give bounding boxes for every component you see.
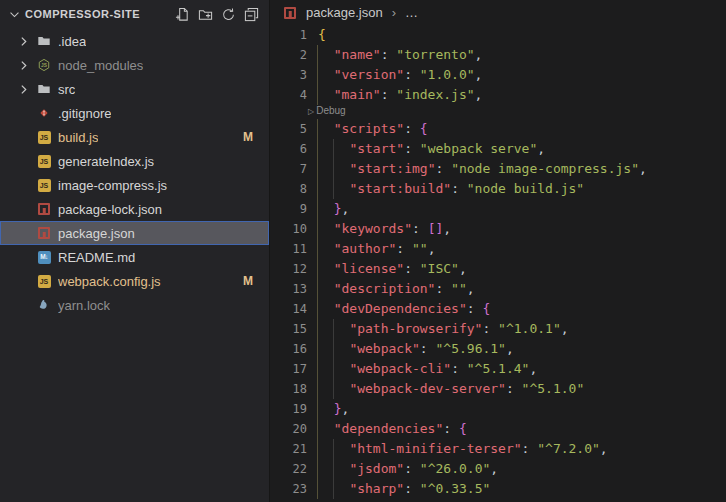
code-line-21[interactable]: 21"html-minifier-terser": "^7.2.0", xyxy=(271,439,726,459)
file-name: generateIndex.js xyxy=(58,154,154,169)
code-text: "sharp": "^0.33.5" xyxy=(349,479,490,499)
code-text: "webpack": "^5.96.1", xyxy=(349,339,513,359)
breadcrumb-ellipsis[interactable]: … xyxy=(405,5,418,20)
explorer-header-toggle[interactable]: COMPRESSOR-SITE xyxy=(6,6,140,22)
line-number: 18 xyxy=(271,379,307,399)
code-line-10[interactable]: 10"keywords": [], xyxy=(271,219,726,239)
git-icon xyxy=(36,105,52,121)
play-icon: ▷ xyxy=(308,107,314,116)
tree-item-node-modules[interactable]: JSnode_modules xyxy=(0,53,269,77)
folder-icon xyxy=(36,33,52,49)
indent-guide xyxy=(333,179,334,199)
line-number: 8 xyxy=(271,179,307,199)
file-name: build.js xyxy=(58,130,98,145)
indent-guide xyxy=(317,459,318,479)
code-line-15[interactable]: 15"path-browserify": "^1.0.1", xyxy=(271,319,726,339)
code-line-11[interactable]: 11"author": "", xyxy=(271,239,726,259)
refresh-icon[interactable] xyxy=(220,6,236,22)
code-line-18[interactable]: 18"webpack-dev-server": "^5.1.0" xyxy=(271,379,726,399)
code-line-12[interactable]: 12"license": "ISC", xyxy=(271,259,726,279)
tree-item-webpack-config-js[interactable]: JSwebpack.config.jsM xyxy=(0,269,269,293)
code-text: "jsdom": "^26.0.0", xyxy=(349,459,498,479)
file-name: yarn.lock xyxy=(58,298,110,313)
indent-guide xyxy=(333,359,334,379)
code-line-4[interactable]: 4"main": "index.js", xyxy=(271,85,726,105)
code-area[interactable]: 1{2"name": "torrento",3"version": "1.0.0… xyxy=(271,25,726,499)
tree-item-yarn-lock[interactable]: yarn.lock xyxy=(0,293,269,317)
modified-badge: M xyxy=(243,274,253,288)
indent-spacer xyxy=(16,297,36,313)
indent-guide xyxy=(317,279,318,299)
js-icon: JS xyxy=(36,153,52,169)
tree-item-gitignore[interactable]: .gitignore xyxy=(0,101,269,125)
line-number: 17 xyxy=(271,359,307,379)
code-line-1[interactable]: 1{ xyxy=(271,25,726,45)
indent-guide xyxy=(317,85,318,105)
breadcrumb-file[interactable]: package.json xyxy=(306,5,383,20)
indent-guide xyxy=(317,239,318,259)
tree-item-package-lock-json[interactable]: package-lock.json xyxy=(0,197,269,221)
collapse-all-icon[interactable] xyxy=(243,6,259,22)
tree-item-generateindex-js[interactable]: JSgenerateIndex.js xyxy=(0,149,269,173)
indent-guide xyxy=(333,139,334,159)
code-line-17[interactable]: 17"webpack-cli": "^5.1.4", xyxy=(271,359,726,379)
code-text: "start": "webpack serve", xyxy=(349,139,545,159)
line-number: 7 xyxy=(271,159,307,179)
code-text: "start:img": "node image-compress.js", xyxy=(349,159,646,179)
tree-item-build-js[interactable]: JSbuild.jsM xyxy=(0,125,269,149)
tree-item-image-compress-js[interactable]: JSimage-compress.js xyxy=(0,173,269,197)
code-line-3[interactable]: 3"version": "1.0.0", xyxy=(271,65,726,85)
file-name: package.json xyxy=(58,226,135,241)
tree-item-src[interactable]: src xyxy=(0,77,269,101)
indent-guide xyxy=(317,159,318,179)
chevron-down-icon xyxy=(6,6,22,22)
explorer-actions xyxy=(174,6,259,22)
code-line-6[interactable]: 6"start": "webpack serve", xyxy=(271,139,726,159)
code-line-8[interactable]: 8"start:build": "node build.js" xyxy=(271,179,726,199)
code-line-9[interactable]: 9}, xyxy=(271,199,726,219)
codelens-label: ▷Debug xyxy=(308,104,346,119)
line-number: 4 xyxy=(271,85,307,105)
tree-item-idea[interactable]: .idea xyxy=(0,29,269,53)
line-number: 19 xyxy=(271,399,307,419)
new-folder-icon[interactable] xyxy=(197,6,213,22)
modified-badge: M xyxy=(243,130,253,144)
code-line-2[interactable]: 2"name": "torrento", xyxy=(271,45,726,65)
file-name: README.md xyxy=(58,250,135,265)
codelens-debug[interactable]: ▷Debug xyxy=(271,105,726,119)
code-text: "devDependencies": { xyxy=(334,299,491,319)
code-line-22[interactable]: 22"jsdom": "^26.0.0", xyxy=(271,459,726,479)
folder-icon xyxy=(36,81,52,97)
tree-item-package-json[interactable]: package.json xyxy=(0,221,269,245)
line-number: 23 xyxy=(271,479,307,499)
indent-spacer xyxy=(16,273,36,289)
line-number: 10 xyxy=(271,219,307,239)
explorer-section-header: COMPRESSOR-SITE xyxy=(0,0,269,28)
code-line-13[interactable]: 13"description": "", xyxy=(271,279,726,299)
code-line-19[interactable]: 19}, xyxy=(271,399,726,419)
code-line-23[interactable]: 23"sharp": "^0.33.5" xyxy=(271,479,726,499)
file-tree: .ideaJSnode_modulessrc.gitignoreJSbuild.… xyxy=(0,29,269,317)
line-number: 21 xyxy=(271,439,307,459)
indent-guide xyxy=(333,339,334,359)
code-text: { xyxy=(318,25,326,45)
npm-file-icon xyxy=(283,6,297,20)
indent-guide xyxy=(317,359,318,379)
new-file-icon[interactable] xyxy=(174,6,190,22)
chevron-right-icon xyxy=(16,33,36,49)
file-name: node_modules xyxy=(58,58,143,73)
js-icon: JS xyxy=(36,177,52,193)
code-line-16[interactable]: 16"webpack": "^5.96.1", xyxy=(271,339,726,359)
line-number: 22 xyxy=(271,459,307,479)
code-text: "start:build": "node build.js" xyxy=(349,179,584,199)
explorer-sidebar: COMPRESSOR-SITE .ideaJSnode_modulessrc.g… xyxy=(0,0,270,502)
code-line-5[interactable]: 5"scripts": { xyxy=(271,119,726,139)
code-line-7[interactable]: 7"start:img": "node image-compress.js", xyxy=(271,159,726,179)
editor-pane: package.json › … 1{2"name": "torrento",3… xyxy=(271,0,726,502)
code-line-20[interactable]: 20"dependencies": { xyxy=(271,419,726,439)
indent-guide xyxy=(317,259,318,279)
code-line-14[interactable]: 14"devDependencies": { xyxy=(271,299,726,319)
line-number: 5 xyxy=(271,119,307,139)
indent-guide xyxy=(317,139,318,159)
tree-item-readme-md[interactable]: M↓README.md xyxy=(0,245,269,269)
